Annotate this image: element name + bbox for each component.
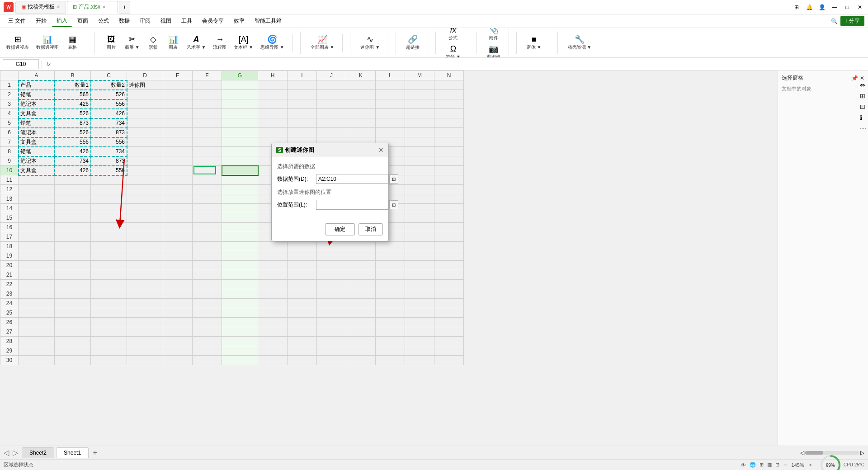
- ok-button[interactable]: 确定: [325, 223, 355, 235]
- data-range-ref-button[interactable]: ⊡: [389, 174, 398, 183]
- tab-file[interactable]: ⊞ 产品.xlsx ✕ ⋯: [67, 1, 118, 14]
- dialog-title-icon: S: [276, 147, 283, 153]
- cell-reference-input[interactable]: G10: [3, 59, 39, 69]
- view-icon[interactable]: 👁: [741, 462, 746, 468]
- ribbon-btn-table[interactable]: ▦ 表格: [63, 34, 81, 52]
- zoom-plus-icon[interactable]: ＋: [808, 461, 813, 468]
- ribbon-btn-flowchart[interactable]: → 流程图: [210, 34, 229, 52]
- zoom-level: 145%: [792, 462, 804, 468]
- ribbon-btn-screencap[interactable]: 📷 截图机: [484, 43, 503, 58]
- cancel-button[interactable]: 取消: [359, 223, 383, 235]
- rp-icon-info[interactable]: ℹ: [860, 114, 866, 121]
- rp-icon-collapse[interactable]: ⊞: [860, 92, 866, 99]
- status-text: 区域选择状态: [4, 461, 33, 468]
- ribbon-btn-screenshot[interactable]: ✂ 截屏 ▼: [122, 34, 142, 52]
- window-bell-btn[interactable]: 🔔: [805, 3, 814, 12]
- grid-icon-3[interactable]: ⊡: [775, 462, 779, 468]
- ribbon-btn-shell[interactable]: 🔧 稿壳资源 ▼: [565, 34, 594, 52]
- menu-vip[interactable]: 会员专享: [198, 15, 228, 27]
- tab-file-label: 产品.xlsx: [79, 3, 100, 11]
- scroll-thumb[interactable]: [805, 451, 823, 455]
- ribbon-btn-pivot-table[interactable]: ⊞ 数据透视表: [4, 34, 32, 52]
- sheet-tabs: ◁ ▷ Sheet2 Sheet1 + ◁ ▷: [0, 446, 868, 459]
- menu-insert[interactable]: 插入: [52, 15, 72, 27]
- create-sparkline-dialog: S 创建迷你图 ✕ 选择所需的数据 数据范围(D): ⊡ 选择放置迷你图的位置: [271, 143, 389, 241]
- attachment-label: 附件: [489, 35, 498, 41]
- search-icon[interactable]: 🔍: [831, 18, 838, 24]
- ribbon-btn-richtext[interactable]: ■ 富体 ▼: [524, 34, 544, 52]
- ribbon-btn-mindmap[interactable]: 🌀 思维导图 ▼: [258, 34, 287, 52]
- share-button[interactable]: ↑ 分享: [840, 16, 864, 26]
- add-icon: +: [123, 4, 126, 10]
- tab-close-icon[interactable]: ✕: [102, 5, 106, 9]
- data-range-input[interactable]: [316, 174, 388, 184]
- ribbon-btn-hyperlink[interactable]: 🔗 超链接: [403, 34, 422, 52]
- sheet-tab-sheet2[interactable]: Sheet2: [22, 447, 54, 458]
- sheet-tab-add[interactable]: +: [90, 448, 99, 457]
- ribbon-btn-artword[interactable]: A 艺术字 ▼: [184, 34, 209, 52]
- tab-template-label: 找稿壳模板: [28, 3, 55, 11]
- zoom-minus-icon[interactable]: －: [783, 461, 788, 468]
- ribbon-btn-allcharts[interactable]: 📈 全部图表 ▼: [308, 34, 337, 52]
- menu-efficiency[interactable]: 效率: [229, 15, 249, 27]
- ribbon-group-shell: 🔧 稿壳资源 ▼: [565, 34, 600, 52]
- right-panel-pin-icon[interactable]: 📌: [851, 75, 858, 81]
- close-button[interactable]: ✕: [855, 3, 864, 12]
- grid-icon-1[interactable]: ⊞: [760, 462, 764, 468]
- minimize-button[interactable]: —: [830, 3, 839, 12]
- rp-icon-expand[interactable]: ⇔: [860, 81, 866, 89]
- ribbon-btn-sparkline[interactable]: ∿ 迷你图 ▼: [358, 34, 382, 52]
- shell-label: 稿壳资源 ▼: [568, 44, 592, 51]
- right-panel-close-icon[interactable]: ✕: [860, 75, 864, 81]
- menu-formula[interactable]: 公式: [94, 15, 113, 27]
- menu-review[interactable]: 审阅: [135, 15, 155, 27]
- menu-page[interactable]: 页面: [73, 15, 93, 27]
- tab-template[interactable]: ▣ 找稿壳模板 ✕: [15, 1, 66, 14]
- ribbon-btn-picture[interactable]: 🖼 图片: [102, 34, 120, 52]
- ribbon-btn-shape[interactable]: ◇ 形状: [144, 34, 162, 52]
- sheet-tab-sheet1[interactable]: Sheet1: [56, 447, 89, 458]
- language-icon[interactable]: 🌐: [750, 462, 756, 468]
- right-panel-title: 选择窗格: [782, 74, 803, 82]
- ribbon-btn-formula[interactable]: fx 公式: [444, 28, 462, 42]
- pivot-chart-label: 数据透视图: [36, 44, 59, 51]
- textbox-label: 文本框 ▼: [234, 44, 253, 51]
- scroll-track[interactable]: [805, 451, 859, 455]
- ribbon-btn-symbol[interactable]: Ω 符号 ▼: [443, 43, 463, 58]
- formula-input[interactable]: [55, 59, 865, 69]
- ribbon-group-formula: fx 公式 Ω 符号 ▼: [443, 28, 469, 58]
- menu-file[interactable]: 三 文件: [4, 15, 30, 27]
- tab-template-close[interactable]: ✕: [57, 5, 60, 9]
- sheet-nav-left[interactable]: ◁: [4, 448, 9, 457]
- sheet-tab-sheet2-label: Sheet2: [29, 450, 47, 456]
- location-ref-button[interactable]: ⊡: [389, 200, 398, 209]
- rp-icon-more[interactable]: ⋯: [860, 125, 866, 132]
- ribbon-btn-chart[interactable]: 📊 图表: [164, 34, 182, 52]
- right-panel-controls: 📌 ✕: [851, 75, 864, 81]
- menu-view[interactable]: 视图: [156, 15, 176, 27]
- menu-home[interactable]: 开始: [31, 15, 51, 27]
- rp-icon-settings[interactable]: ⊟: [860, 103, 866, 110]
- dialog-row-location: 位置范围(L): ⊡: [277, 200, 383, 210]
- menu-ai[interactable]: 智能工具箱: [250, 15, 286, 27]
- tab-menu-icon[interactable]: ⋯: [108, 5, 112, 9]
- grid-icon-2[interactable]: ▦: [767, 462, 772, 468]
- dialog-body: 选择所需的数据 数据范围(D): ⊡ 选择放置迷你图的位置 位置范围(L):: [272, 157, 388, 220]
- ribbon-sep-8: [557, 32, 558, 54]
- sheet-nav-right[interactable]: ▷: [13, 448, 18, 457]
- window-profile-btn[interactable]: 👤: [817, 3, 826, 12]
- ribbon-sep-1: [94, 32, 95, 54]
- formula-icon: fx: [450, 28, 456, 34]
- maximize-button[interactable]: □: [843, 3, 852, 12]
- window-layout-btn[interactable]: ⊞: [792, 3, 801, 12]
- dialog-close-button[interactable]: ✕: [378, 146, 384, 154]
- menu-tools[interactable]: 工具: [177, 15, 197, 27]
- location-range-input[interactable]: [316, 200, 388, 210]
- ribbon-btn-textbox[interactable]: [A] 文本框 ▼: [231, 34, 256, 52]
- hyperlink-icon: 🔗: [408, 35, 418, 43]
- tab-add[interactable]: +: [119, 1, 130, 14]
- ribbon-btn-attachment[interactable]: 📎 附件: [485, 28, 503, 42]
- menu-data[interactable]: 数据: [114, 15, 134, 27]
- ribbon-btn-pivot-chart[interactable]: 📊 数据透视图: [33, 34, 61, 52]
- picture-label: 图片: [107, 44, 116, 51]
